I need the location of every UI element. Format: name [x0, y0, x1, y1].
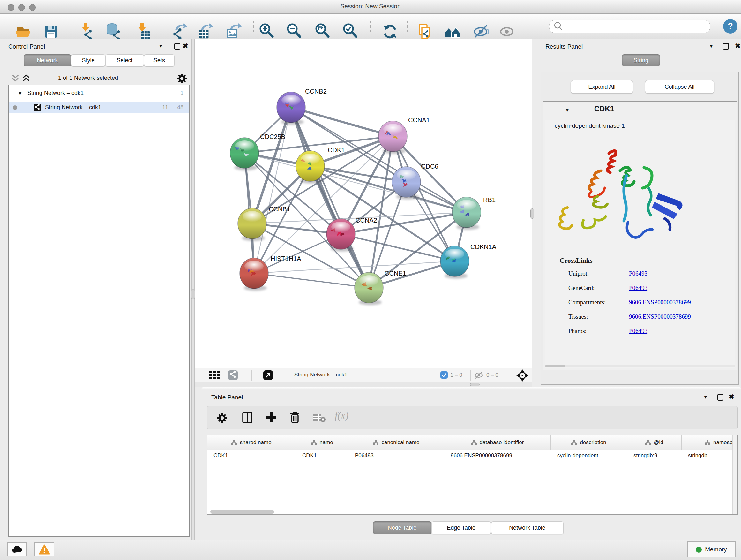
tab-edge-table[interactable]: Edge Table: [431, 521, 491, 534]
export-table-icon[interactable]: [197, 23, 214, 41]
right-splitter-grip[interactable]: [530, 208, 534, 219]
open-in-window-icon[interactable]: [263, 370, 273, 380]
zoom-in-icon[interactable]: [259, 23, 276, 41]
collection-expander-icon[interactable]: ▼: [18, 91, 22, 96]
table-cell[interactable]: CDK1: [207, 450, 296, 461]
table-horizontal-scrollbar[interactable]: [210, 510, 274, 514]
export-image-icon[interactable]: [225, 23, 243, 41]
column-header-database-identifier[interactable]: database identifier: [444, 435, 551, 449]
collapse-all-button[interactable]: Collapse All: [645, 80, 714, 94]
show-columns-icon[interactable]: [242, 412, 253, 423]
network-node-ccne1[interactable]: [354, 272, 383, 305]
column-header-description[interactable]: description: [551, 435, 627, 449]
tab-node-table[interactable]: Node Table: [373, 521, 431, 534]
memory-button[interactable]: Memory: [687, 542, 736, 557]
table-panel-float-icon[interactable]: [718, 394, 724, 401]
column-header-namespace[interactable]: namespace: [682, 435, 738, 449]
results-panel-menu-icon[interactable]: ▾: [710, 42, 713, 50]
import-network-from-database-icon[interactable]: [105, 23, 123, 41]
table-cell[interactable]: 9606.ENSP00000378699: [444, 450, 551, 461]
cloud-button[interactable]: [7, 543, 27, 557]
crosslink-link[interactable]: P06493: [629, 285, 648, 292]
network-node-cdk1[interactable]: [296, 151, 325, 184]
expand-all-button[interactable]: Expand All: [570, 80, 633, 94]
control-panel-menu-icon[interactable]: ▾: [159, 42, 162, 50]
horizontal-splitter-grip[interactable]: [470, 383, 480, 386]
column-type-icon: [571, 440, 577, 445]
network-node-cdc25b[interactable]: [230, 138, 259, 171]
import-table-icon[interactable]: [134, 23, 152, 41]
control-panel-float-icon[interactable]: [174, 43, 180, 50]
results-hscrollbar[interactable]: [545, 365, 735, 368]
table-cell[interactable]: CDK1: [296, 450, 348, 461]
export-network-icon[interactable]: [171, 23, 189, 41]
column-header-shared-name[interactable]: shared name: [207, 435, 296, 449]
show-all-icon[interactable]: [498, 23, 516, 41]
zoom-out-icon[interactable]: [286, 23, 304, 41]
network-node-cdkn1a[interactable]: [441, 246, 469, 279]
function-builder-icon: f(x): [335, 410, 348, 422]
table-cell[interactable]: P06493: [348, 450, 444, 461]
help-button[interactable]: ?: [723, 19, 738, 34]
protein-expander-icon[interactable]: ▼: [565, 107, 569, 113]
tab-network-table[interactable]: Network Table: [491, 521, 563, 534]
crosslink-link[interactable]: P06493: [629, 270, 648, 277]
search-field[interactable]: [549, 20, 711, 33]
copy-share-icon[interactable]: [415, 23, 433, 41]
search-input[interactable]: [564, 21, 706, 32]
crosslink-link[interactable]: 9606.ENSP00000378699: [629, 313, 691, 320]
network-node-rb1[interactable]: [452, 197, 481, 230]
column-header-name[interactable]: name: [296, 435, 348, 449]
warning-button[interactable]: [35, 543, 54, 557]
network-edge[interactable]: [291, 107, 393, 136]
control-panel-close-icon[interactable]: ✖: [183, 42, 188, 50]
results-panel-float-icon[interactable]: [723, 43, 729, 50]
open-file-icon[interactable]: [14, 23, 32, 41]
network-edge[interactable]: [245, 153, 467, 212]
network-overview-icon[interactable]: [228, 370, 238, 380]
network-canvas[interactable]: CCNB2CCNA1CDC25BCDK1CDC6RB1CCNB1CCNA2CDK…: [195, 39, 532, 368]
network-node-ccnb2[interactable]: [277, 92, 306, 125]
tab-network[interactable]: Network: [23, 54, 71, 66]
table-settings-gear-icon[interactable]: [217, 413, 227, 423]
node-table[interactable]: shared namenamecanonical namedatabase id…: [207, 435, 738, 515]
delete-column-icon[interactable]: [289, 411, 300, 423]
selected-checkbox-icon[interactable]: [441, 371, 448, 379]
table-panel-menu-icon[interactable]: ▾: [704, 393, 707, 400]
collection-count: 1: [180, 90, 184, 97]
gear-icon[interactable]: [177, 73, 187, 84]
column-header-label: shared name: [240, 439, 271, 446]
first-neighbors-icon[interactable]: [444, 23, 461, 41]
table-row[interactable]: CDK1CDK1P064939606.ENSP00000378699cyclin…: [207, 450, 738, 461]
network-collection-row[interactable]: ▼ String Network – cdk1 1: [9, 87, 189, 99]
network-edge[interactable]: [254, 273, 369, 288]
save-session-icon[interactable]: [42, 23, 60, 41]
crosslink-link[interactable]: 9606.ENSP00000378699: [629, 299, 691, 306]
table-cell[interactable]: stringdb: [682, 450, 738, 461]
tab-sets[interactable]: Sets: [144, 54, 175, 66]
zoom-selected-icon[interactable]: [342, 23, 360, 41]
network-node-cdc6[interactable]: [392, 167, 421, 199]
network-node-ccna1[interactable]: [379, 121, 407, 154]
refresh-view-icon[interactable]: [381, 23, 399, 41]
network-node-hist1h1a[interactable]: [240, 258, 268, 291]
crosslink-link[interactable]: P06493: [629, 327, 648, 334]
column-header-id[interactable]: @id: [627, 435, 682, 449]
table-cell[interactable]: cyclin-dependent ...: [551, 450, 627, 461]
table-cell[interactable]: stringdb:9...: [627, 450, 682, 461]
table-vertical-scrollbar[interactable]: [732, 435, 738, 514]
add-column-icon[interactable]: [266, 412, 277, 423]
network-row[interactable]: String Network – cdk1 11 48: [9, 102, 189, 113]
fit-selected-icon[interactable]: [516, 369, 529, 381]
zoom-fit-icon[interactable]: [314, 23, 332, 41]
column-header-canonical-name[interactable]: canonical name: [348, 435, 444, 449]
network-edge[interactable]: [341, 234, 455, 261]
tab-select[interactable]: Select: [105, 54, 144, 66]
tab-string[interactable]: String: [622, 54, 660, 66]
grid-view-icon[interactable]: [209, 371, 221, 380]
tab-style[interactable]: Style: [71, 54, 105, 66]
results-panel-close-icon[interactable]: ✖: [735, 42, 741, 50]
import-network-icon[interactable]: [78, 23, 96, 41]
hide-selected-icon[interactable]: [472, 23, 490, 41]
table-panel-close-icon[interactable]: ✖: [729, 393, 734, 401]
